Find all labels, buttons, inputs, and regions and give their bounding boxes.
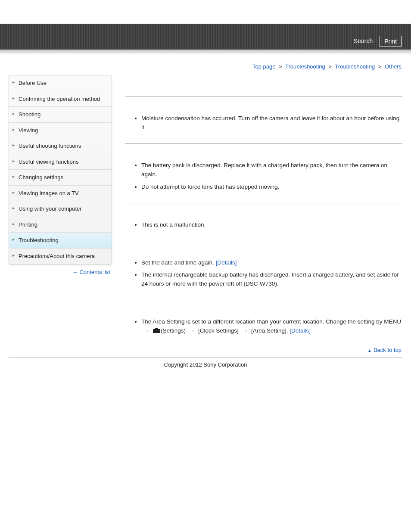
sidebar: Before Use Confirming the operation meth…: [9, 75, 112, 264]
sidebar-item-using-computer[interactable]: Using with your computer: [9, 201, 112, 217]
bullet-list: The Area Setting is set to a different l…: [125, 317, 402, 336]
list-item: This is not a malfunction.: [141, 221, 402, 230]
sidebar-item-label: Changing settings: [19, 174, 63, 180]
arrow-right-icon: →: [72, 269, 78, 275]
sidebar-item-useful-viewing[interactable]: Useful viewing functions: [9, 154, 112, 170]
list-item: The battery pack is discharged. Replace …: [141, 161, 402, 179]
arrow-right-icon: →: [189, 327, 195, 334]
contents-list-link[interactable]: →Contents list: [9, 269, 112, 275]
sidebar-item-shooting[interactable]: Shooting: [9, 107, 112, 123]
list-item: Moisture condensation has occurred. Turn…: [141, 114, 402, 132]
sidebar-item-label: Confirming the operation method: [19, 96, 100, 102]
settings-label: (Settings): [161, 327, 186, 334]
sidebar-item-troubleshooting[interactable]: Troubleshooting: [9, 233, 112, 249]
sidebar-item-label: Viewing: [19, 127, 38, 134]
list-item: The internal rechargeable backup battery…: [141, 271, 402, 289]
arrow-right-icon: →: [143, 327, 149, 334]
sidebar-item-label: Shooting: [19, 111, 40, 118]
section-divider: [125, 300, 402, 300]
sidebar-item-label: Troubleshooting: [19, 237, 59, 243]
breadcrumb-troubleshooting-1[interactable]: Troubleshooting: [285, 63, 325, 70]
contents-list-label: Contents list: [79, 269, 110, 275]
header-bar: Search Print: [0, 24, 411, 50]
list-item-text: Set the date and time again.: [141, 259, 216, 266]
details-link[interactable]: [Details]: [216, 259, 237, 266]
sidebar-item-precautions[interactable]: Precautions/About this camera: [9, 249, 112, 264]
sidebar-item-label: Useful viewing functions: [19, 159, 78, 165]
details-link[interactable]: [Details]: [290, 327, 311, 334]
sidebar-item-printing[interactable]: Printing: [9, 217, 112, 233]
sidebar-item-label: Printing: [19, 221, 37, 228]
settings-icon: [153, 328, 160, 333]
section-divider: [125, 96, 402, 97]
triangle-up-icon: ▲: [367, 348, 372, 353]
section-divider: [125, 143, 402, 144]
list-item: Set the date and time again. [Details]: [141, 258, 402, 268]
breadcrumb-sep: >: [328, 63, 332, 70]
sidebar-item-label: Useful shooting functions: [19, 143, 81, 149]
sidebar-item-useful-shooting[interactable]: Useful shooting functions: [9, 138, 112, 154]
sidebar-item-changing-settings[interactable]: Changing settings: [9, 170, 112, 186]
list-item: Do not attempt to force lens that has st…: [141, 183, 402, 192]
bullet-list: This is not a malfunction.: [125, 221, 402, 230]
sidebar-item-before-use[interactable]: Before Use: [9, 75, 112, 91]
clock-settings-label: [Clock Settings]: [198, 327, 239, 334]
sidebar-item-confirming-operation[interactable]: Confirming the operation method: [9, 91, 112, 107]
bullet-list: Moisture condensation has occurred. Turn…: [125, 114, 402, 132]
breadcrumb-sep: >: [279, 63, 282, 70]
footer-divider: [9, 358, 402, 358]
sidebar-item-label: Viewing images on a TV: [19, 190, 79, 196]
breadcrumb-others[interactable]: Others: [385, 63, 402, 70]
bullet-list: The battery pack is discharged. Replace …: [125, 161, 402, 192]
search-button[interactable]: Search: [351, 36, 375, 47]
copyright-text: Copyright 2012 Sony Corporation: [0, 361, 411, 368]
breadcrumb-troubleshooting-2[interactable]: Troubleshooting: [335, 63, 375, 70]
bullet-list: Set the date and time again. [Details] T…: [125, 258, 402, 289]
print-button[interactable]: Print: [380, 36, 402, 47]
section-divider: [125, 203, 402, 203]
section-divider: [125, 241, 402, 241]
sidebar-wrap: Before Use Confirming the operation meth…: [9, 75, 112, 275]
arrow-right-icon: →: [242, 327, 248, 334]
back-to-top-link[interactable]: ▲Back to top: [367, 347, 402, 353]
sidebar-item-label: Using with your computer: [19, 205, 82, 212]
breadcrumb: Top page > Troubleshooting > Troubleshoo…: [0, 63, 402, 70]
list-item-text: The Area Setting is set to a different l…: [141, 318, 401, 325]
area-setting-label: [Area Setting].: [251, 327, 288, 334]
list-item: The Area Setting is set to a different l…: [141, 317, 402, 336]
breadcrumb-sep: >: [378, 63, 382, 70]
breadcrumb-top-page[interactable]: Top page: [252, 63, 276, 70]
sidebar-item-label: Before Use: [19, 80, 47, 86]
main-content: Moisture condensation has occurred. Turn…: [125, 75, 402, 358]
back-to-top: ▲Back to top: [125, 347, 402, 353]
back-to-top-label: Back to top: [374, 347, 402, 353]
sidebar-item-viewing-tv[interactable]: Viewing images on a TV: [9, 186, 112, 202]
sidebar-item-viewing[interactable]: Viewing: [9, 123, 112, 139]
sidebar-item-label: Precautions/About this camera: [19, 253, 95, 259]
